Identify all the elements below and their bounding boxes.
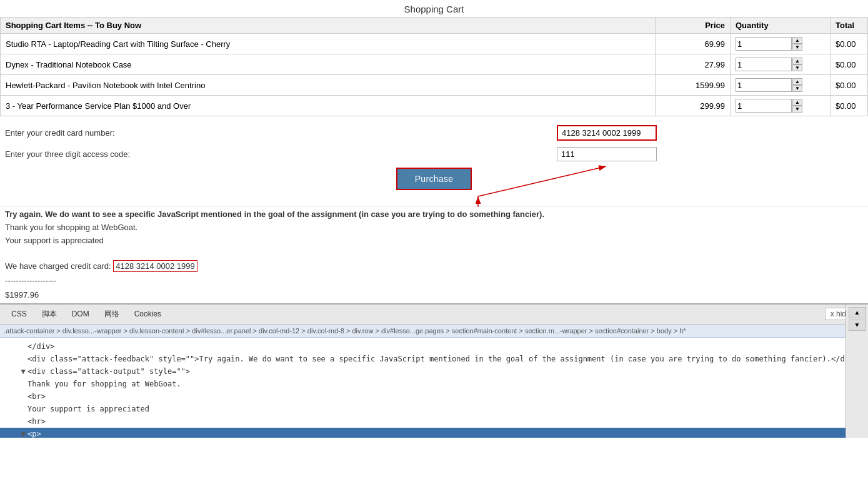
breadcrumb-bar: .attack-container > div.lesso...-wrapper… <box>0 325 868 338</box>
code-indent <box>0 353 19 365</box>
right-panel: ▲ ▼ <box>846 305 868 438</box>
qty-down-3[interactable]: ▼ <box>792 106 802 113</box>
code-expander[interactable] <box>19 391 27 402</box>
cc-input[interactable] <box>557 125 657 141</box>
code-expander[interactable] <box>19 341 27 352</box>
item-price: 299.99 <box>656 96 731 116</box>
code-text: <div class="attack-output" style=""> <box>27 366 190 377</box>
form-area: Enter your credit card number: Enter you… <box>0 116 868 206</box>
item-total: $0.00 <box>831 96 868 116</box>
code-line: Your support is appreciated <box>0 403 868 415</box>
code-expander[interactable] <box>19 353 27 365</box>
cc-label: Enter your credit card number: <box>5 128 142 138</box>
qty-input-3[interactable] <box>736 99 792 113</box>
code-text: </div> <box>27 341 54 352</box>
breadcrumb-text: .attack-container > div.lesso...-wrapper… <box>4 327 686 335</box>
item-qty: ▲ ▼ <box>731 75 831 96</box>
code-indent <box>0 378 19 390</box>
code-expander[interactable] <box>19 416 27 427</box>
code-indent <box>0 391 19 402</box>
table-row: Studio RTA - Laptop/Reading Cart with Ti… <box>1 34 868 54</box>
output-area: Thank you for shopping at WebGoat. Your … <box>5 221 863 302</box>
code-line: </div> <box>0 340 868 353</box>
code-indent <box>0 341 19 352</box>
page-title: Shopping Cart <box>0 0 868 17</box>
code-text: <hr> <box>27 416 46 427</box>
code-line: <hr> <box>0 415 868 428</box>
item-qty: ▲ ▼ <box>731 96 831 116</box>
purchase-btn-wrapper: Purchase <box>5 168 863 190</box>
tab-cookies[interactable]: Cookies <box>127 306 169 322</box>
table-row: 3 - Year Performance Service Plan $1000 … <box>1 96 868 116</box>
qty-down-0[interactable]: ▼ <box>792 44 802 51</box>
support-text: Your support is appreciated <box>5 236 104 245</box>
item-price: 1599.99 <box>656 75 731 96</box>
code-expander[interactable] <box>19 378 27 390</box>
code-indent <box>0 403 19 415</box>
item-name: Studio RTA - Laptop/Reading Cart with Ti… <box>1 34 656 54</box>
cart-table: Shopping Cart Items -- To Buy Now Price … <box>0 17 868 116</box>
code-input[interactable] <box>557 147 657 161</box>
total-amount: $1997.96 <box>5 289 863 302</box>
try-again-text: Try again. We do want to see a specific … <box>5 209 863 219</box>
code-text: <div class="attack-feedback" style="">Tr… <box>27 353 858 365</box>
code-line: ▼<p> <box>0 428 868 438</box>
qty-up-2[interactable]: ▲ <box>792 78 802 85</box>
code-panel[interactable]: </div> <div class="attack-feedback" styl… <box>0 338 868 438</box>
item-price: 27.99 <box>656 54 731 75</box>
devtools-panel: CSS 脚本 DOM 网络 Cookies x hidden .attack-c… <box>0 303 868 438</box>
code-line: <br> <box>0 390 868 403</box>
qty-up-3[interactable]: ▲ <box>792 99 802 106</box>
thank-you-text: Thank you for shopping at WebGoat. <box>5 223 137 232</box>
table-row: Hewlett-Packard - Pavilion Notebook with… <box>1 75 868 96</box>
charged-cc: 4128 3214 0002 1999 <box>113 260 197 272</box>
item-total: $0.00 <box>831 34 868 54</box>
code-indent <box>0 428 19 438</box>
item-total: $0.00 <box>831 75 868 96</box>
qty-col-header: Quantity <box>731 18 831 34</box>
devtools-tabs: CSS 脚本 DOM 网络 Cookies x hidden <box>0 305 868 325</box>
code-line: Thank you for shopping at WebGoat. <box>0 378 868 390</box>
price-col-header: Price <box>656 18 731 34</box>
item-name: Dynex - Traditional Notebook Case <box>1 54 656 75</box>
code-text: <p> <box>27 428 41 438</box>
code-line: <div class="attack-feedback" style="">Tr… <box>0 353 868 365</box>
code-text: Your support is appreciated <box>27 403 149 415</box>
item-total: $0.00 <box>831 54 868 75</box>
cc-row: Enter your credit card number: <box>5 125 863 141</box>
code-indent <box>0 416 19 427</box>
qty-input-2[interactable] <box>736 78 792 92</box>
code-line: ▼<div class="attack-output" style=""> <box>0 365 868 378</box>
total-col-header: Total <box>831 18 868 34</box>
item-qty: ▲ ▼ <box>731 34 831 54</box>
qty-input-0[interactable] <box>736 37 792 51</box>
tab-dom[interactable]: DOM <box>64 306 97 322</box>
charged-label: We have charged credit card: <box>5 261 111 271</box>
item-name: 3 - Year Performance Service Plan $1000 … <box>1 96 656 116</box>
qty-down-2[interactable]: ▼ <box>792 85 802 92</box>
code-text: Thank you for shopping at WebGoat. <box>27 378 181 390</box>
qty-input-1[interactable] <box>736 58 792 71</box>
qty-up-1[interactable]: ▲ <box>792 58 802 64</box>
code-indent <box>0 366 19 377</box>
tab-network[interactable]: 网络 <box>97 305 127 323</box>
right-panel-btn-2[interactable]: ▼ <box>849 320 866 331</box>
feedback-area: Try again. We do want to see a specific … <box>0 206 868 303</box>
item-name: Hewlett-Packard - Pavilion Notebook with… <box>1 75 656 96</box>
qty-up-0[interactable]: ▲ <box>792 37 802 44</box>
code-expander[interactable]: ▼ <box>19 428 27 438</box>
code-expander[interactable]: ▼ <box>19 366 27 377</box>
dashes-line: ------------------- <box>5 275 863 288</box>
item-qty: ▲ ▼ <box>731 54 831 75</box>
items-col-header: Shopping Cart Items -- To Buy Now <box>1 18 656 34</box>
qty-down-1[interactable]: ▼ <box>792 64 802 71</box>
code-row: Enter your three digit access code: <box>5 147 863 161</box>
purchase-button[interactable]: Purchase <box>396 168 472 190</box>
right-panel-btn-1[interactable]: ▲ <box>849 307 866 318</box>
code-label: Enter your three digit access code: <box>5 149 142 159</box>
code-text: <br> <box>27 391 46 402</box>
table-row: Dynex - Traditional Notebook Case 27.99 … <box>1 54 868 75</box>
tab-css[interactable]: CSS <box>4 306 34 322</box>
code-expander[interactable] <box>19 403 27 415</box>
tab-scripts[interactable]: 脚本 <box>34 305 64 323</box>
